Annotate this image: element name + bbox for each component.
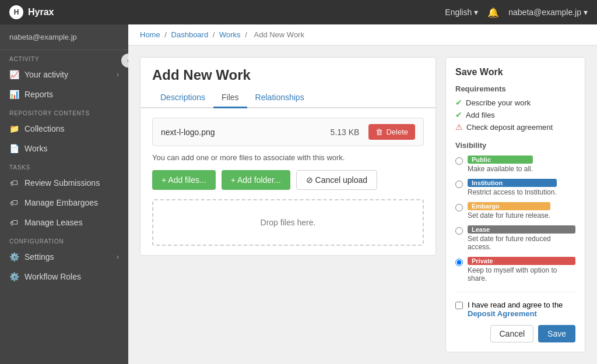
- breadcrumb-sep: /: [164, 30, 168, 39]
- tab-bar: Descriptions Files Relationships: [141, 88, 436, 108]
- visibility-radio-institution[interactable]: [455, 181, 463, 188]
- activity-icon: 📈: [9, 70, 19, 79]
- drop-zone-text: Drop files here.: [261, 218, 316, 227]
- requirement-add-files: ✔ Add files: [455, 110, 575, 119]
- sidebar-user: nabeta@example.jp: [0, 24, 128, 50]
- deposit-agreement-row: I have read and agree to the Deposit Agr…: [455, 301, 575, 318]
- sidebar-item-settings[interactable]: ⚙️ Settings ›: [0, 247, 128, 267]
- sidebar-item-your-activity[interactable]: 📈 Your activity ›: [0, 65, 128, 84]
- topnav-right: English ▾ 🔔 nabeta@example.jp ▾: [445, 7, 588, 18]
- breadcrumb-current: Add New Work: [254, 30, 304, 39]
- add-files-button[interactable]: + Add files...: [152, 170, 216, 190]
- sidebar-section-activity: Activity: [0, 50, 128, 65]
- breadcrumb-home[interactable]: Home: [140, 30, 160, 39]
- sidebar-item-review-submissions[interactable]: 🏷 Review Submissions: [0, 173, 128, 193]
- requirement-describe: ✔ Describe your work: [455, 98, 575, 107]
- cancel-button[interactable]: Cancel: [490, 325, 533, 342]
- work-form: Add New Work Descriptions Files Relation…: [140, 57, 436, 256]
- deposit-section: I have read and agree to the Deposit Agr…: [455, 292, 575, 342]
- visibility-radio-private[interactable]: [455, 259, 463, 266]
- user-menu-arrow: ▾: [584, 8, 588, 17]
- add-folder-button[interactable]: + Add folder...: [222, 170, 290, 190]
- sidebar-section-configuration: Configuration: [0, 232, 128, 247]
- app-name: Hyrax: [28, 7, 54, 17]
- lease-icon: 🏷: [9, 218, 19, 227]
- visibility-label-embargo: Embargo Set date for future release.: [468, 202, 550, 220]
- collections-icon: 📁: [9, 124, 19, 133]
- sidebar-item-label: Your activity: [24, 70, 111, 79]
- visibility-desc-private: Keep to myself with option to share.: [468, 266, 575, 282]
- drop-zone[interactable]: Drop files here.: [152, 199, 424, 246]
- breadcrumb: Home / Dashboard / Works / Add New Work: [128, 24, 597, 45]
- sidebar-section-tasks: Tasks: [0, 158, 128, 173]
- deposit-agreement-link[interactable]: Deposit Agreement: [468, 309, 537, 318]
- breadcrumb-sep: /: [213, 30, 217, 39]
- tab-relationships[interactable]: Relationships: [247, 88, 312, 108]
- breadcrumb-dashboard[interactable]: Dashboard: [171, 30, 209, 39]
- logo-initial: H: [14, 8, 19, 16]
- visibility-option-public: Public Make available to all.: [455, 156, 575, 173]
- sidebar-item-label: Review Submissions: [24, 178, 119, 188]
- language-selector[interactable]: English ▾: [445, 8, 478, 17]
- visibility-radio-embargo[interactable]: [455, 204, 463, 211]
- app-logo[interactable]: H Hyrax: [9, 5, 54, 19]
- files-tab-content: next-l-logo.png 5.13 KB 🗑 Delete You can…: [141, 108, 436, 255]
- save-panel-buttons: Cancel Save: [455, 325, 575, 342]
- file-size: 5.13 KB: [331, 128, 360, 137]
- sidebar-item-works[interactable]: 📄 Works: [0, 139, 128, 158]
- sidebar-item-label: Manage Embargoes: [24, 198, 119, 207]
- save-button[interactable]: Save: [538, 325, 575, 342]
- cancel-upload-button[interactable]: ⊘ Cancel upload: [296, 170, 377, 190]
- visibility-label-private: Private Keep to myself with option to sh…: [468, 257, 575, 282]
- delete-file-button[interactable]: 🗑 Delete: [368, 124, 415, 140]
- chevron-right-icon: ›: [117, 70, 119, 79]
- visibility-radio-public[interactable]: [455, 157, 463, 165]
- works-icon: 📄: [9, 144, 19, 153]
- file-action-buttons: + Add files... + Add folder... ⊘ Cancel …: [152, 170, 424, 190]
- visibility-desc-institution: Restrict access to Institution.: [468, 188, 557, 196]
- sidebar-section-repository: Repository Contents: [0, 104, 128, 119]
- requirements-title: Requirements: [455, 84, 575, 93]
- notifications-bell-icon[interactable]: 🔔: [487, 7, 499, 18]
- save-work-panel: Save Work Requirements ✔ Describe your w…: [445, 57, 585, 352]
- main-content: Home / Dashboard / Works / Add New Work …: [128, 24, 597, 364]
- user-menu[interactable]: nabeta@example.jp ▾: [508, 8, 588, 17]
- tab-files[interactable]: Files: [213, 88, 247, 108]
- language-label: English: [445, 8, 472, 17]
- delete-label: Delete: [386, 128, 408, 136]
- add-folder-label: + Add folder...: [231, 175, 281, 185]
- visibility-radio-lease[interactable]: [455, 227, 463, 235]
- visibility-badge-embargo: Embargo: [468, 202, 550, 210]
- sidebar-item-collections[interactable]: 📁 Collections: [0, 119, 128, 139]
- sidebar-item-manage-embargoes[interactable]: 🏷 Manage Embargoes: [0, 193, 128, 213]
- visibility-option-institution: Institution Restrict access to Instituti…: [455, 179, 575, 196]
- user-email: nabeta@example.jp: [508, 8, 581, 17]
- visibility-badge-lease: Lease: [468, 225, 575, 234]
- visibility-badge-private: Private: [468, 257, 575, 265]
- visibility-section: Visibility Public Make available to all.…: [455, 141, 575, 282]
- sidebar: nabeta@example.jp ‹ Activity 📈 Your acti…: [0, 24, 128, 364]
- breadcrumb-works[interactable]: Works: [219, 30, 241, 39]
- sidebar-item-reports[interactable]: 📊 Reports: [0, 84, 128, 104]
- reports-icon: 📊: [9, 90, 19, 99]
- visibility-desc-public: Make available to all.: [468, 165, 533, 173]
- add-files-label: + Add files...: [161, 175, 206, 185]
- page-title: Add New Work: [141, 58, 436, 88]
- settings-icon: ⚙️: [9, 252, 19, 261]
- chevron-right-icon: ›: [117, 253, 119, 261]
- visibility-option-embargo: Embargo Set date for future release.: [455, 202, 575, 220]
- visibility-desc-lease: Set date for future reduced access.: [468, 235, 575, 251]
- req-label: Add files: [466, 111, 495, 119]
- visibility-label-institution: Institution Restrict access to Instituti…: [468, 179, 557, 196]
- sidebar-item-label: Workflow Roles: [24, 272, 119, 281]
- deposit-agreement-text: I have read and agree to the Deposit Agr…: [468, 301, 575, 318]
- main-layout: nabeta@example.jp ‹ Activity 📈 Your acti…: [0, 24, 597, 364]
- visibility-badge-institution: Institution: [468, 179, 557, 187]
- deposit-agreement-checkbox[interactable]: [455, 302, 463, 309]
- breadcrumb-sep: /: [245, 30, 249, 39]
- workflow-icon: ⚙️: [9, 272, 19, 281]
- sidebar-item-workflow-roles[interactable]: ⚙️ Workflow Roles: [0, 267, 128, 287]
- file-name: next-l-logo.png: [161, 128, 331, 137]
- sidebar-item-manage-leases[interactable]: 🏷 Manage Leases: [0, 213, 128, 232]
- tab-descriptions[interactable]: Descriptions: [152, 88, 213, 108]
